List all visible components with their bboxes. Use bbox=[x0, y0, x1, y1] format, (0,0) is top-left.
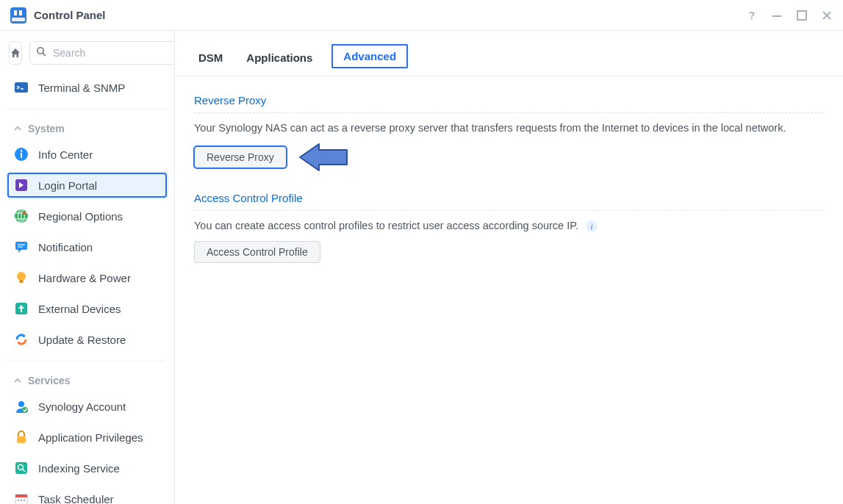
sidebar-item-label: Notification bbox=[38, 241, 93, 253]
svg-point-23 bbox=[22, 407, 28, 413]
sidebar-item-label: Task Scheduler bbox=[38, 493, 114, 505]
svg-rect-1 bbox=[14, 10, 17, 15]
svg-rect-25 bbox=[15, 462, 27, 474]
sidebar-item-synology-account[interactable]: Synology Account bbox=[0, 391, 174, 422]
sidebar-item-label: Indexing Service bbox=[38, 462, 120, 475]
tab-applications[interactable]: Applications bbox=[242, 46, 317, 74]
sidebar-item-external-devices[interactable]: External Devices bbox=[0, 293, 174, 324]
sidebar-item-terminal-snmp[interactable]: Terminal & SNMP bbox=[0, 72, 174, 103]
sidebar: Terminal & SNMP System Info Center Login… bbox=[0, 31, 175, 504]
group-label: Services bbox=[28, 375, 71, 386]
search-box[interactable] bbox=[29, 41, 175, 65]
svg-line-8 bbox=[43, 53, 46, 56]
svg-rect-32 bbox=[24, 500, 25, 501]
svg-rect-9 bbox=[15, 82, 28, 93]
svg-rect-6 bbox=[797, 11, 806, 20]
search-input[interactable] bbox=[51, 46, 175, 60]
svg-rect-29 bbox=[15, 494, 27, 497]
account-icon bbox=[13, 398, 29, 414]
content-area: DSM Applications Advanced Reverse Proxy … bbox=[175, 31, 843, 504]
app-icon bbox=[10, 7, 26, 24]
sidebar-item-login-portal[interactable]: Login Portal bbox=[6, 171, 168, 199]
sidebar-item-task-scheduler[interactable]: Task Scheduler bbox=[0, 483, 174, 504]
sidebar-item-label: External Devices bbox=[38, 303, 121, 315]
search-file-icon bbox=[13, 460, 29, 476]
divider bbox=[194, 112, 824, 113]
separator bbox=[9, 361, 165, 361]
maximize-icon[interactable] bbox=[796, 10, 808, 21]
upload-icon bbox=[13, 300, 29, 317]
sidebar-item-application-privileges[interactable]: Application Privileges bbox=[0, 422, 174, 453]
refresh-icon bbox=[13, 331, 29, 348]
svg-point-22 bbox=[18, 401, 24, 407]
info-icon bbox=[13, 146, 29, 162]
svg-rect-5 bbox=[772, 15, 781, 17]
bulb-icon bbox=[13, 270, 29, 286]
sidebar-item-indexing-service[interactable]: Indexing Service bbox=[0, 453, 174, 483]
svg-rect-13 bbox=[21, 150, 22, 152]
sidebar-item-label: Synology Account bbox=[38, 400, 126, 413]
svg-point-19 bbox=[17, 272, 26, 281]
svg-rect-16 bbox=[15, 242, 27, 250]
calendar-icon bbox=[13, 491, 29, 504]
sidebar-item-label: Application Privileges bbox=[38, 431, 143, 444]
close-icon[interactable] bbox=[821, 10, 833, 21]
svg-text:?: ? bbox=[749, 10, 756, 21]
sidebar-item-label: Regional Options bbox=[38, 210, 123, 223]
chevron-up-icon bbox=[13, 376, 22, 385]
sidebar-item-label: Terminal & SNMP bbox=[38, 82, 125, 94]
sidebar-item-update-restore[interactable]: Update & Restore bbox=[0, 324, 174, 355]
lock-icon bbox=[13, 429, 29, 445]
info-tooltip-icon[interactable]: i bbox=[586, 220, 598, 232]
svg-rect-30 bbox=[18, 500, 19, 501]
divider bbox=[194, 210, 824, 211]
section-title-reverse-proxy: Reverse Proxy bbox=[194, 94, 824, 107]
tab-dsm[interactable]: DSM bbox=[194, 46, 227, 74]
section-title-access-control: Access Control Profile bbox=[194, 192, 824, 204]
sidebar-item-notification[interactable]: Notification bbox=[0, 231, 174, 262]
svg-rect-24 bbox=[17, 436, 26, 443]
terminal-icon bbox=[13, 79, 29, 96]
home-button[interactable] bbox=[9, 41, 22, 65]
access-control-description: You can create access control profiles t… bbox=[194, 220, 824, 232]
svg-rect-12 bbox=[21, 153, 22, 158]
reverse-proxy-button[interactable]: Reverse Proxy bbox=[194, 146, 287, 168]
titlebar: Control Panel ? bbox=[0, 0, 843, 31]
svg-rect-20 bbox=[20, 280, 24, 283]
minimize-icon[interactable] bbox=[771, 10, 783, 21]
svg-point-7 bbox=[37, 48, 43, 54]
sidebar-group-system[interactable]: System bbox=[0, 115, 174, 139]
sidebar-item-label: Hardware & Power bbox=[38, 272, 131, 284]
chat-icon bbox=[13, 239, 29, 255]
svg-rect-31 bbox=[21, 500, 22, 501]
window-title: Control Panel bbox=[34, 9, 106, 21]
sidebar-item-label: Info Center bbox=[38, 148, 93, 161]
sidebar-item-label: Update & Restore bbox=[38, 334, 126, 346]
sidebar-item-label: Login Portal bbox=[38, 179, 97, 192]
chevron-up-icon bbox=[13, 124, 22, 133]
tab-advanced[interactable]: Advanced bbox=[331, 44, 408, 68]
group-label: System bbox=[28, 123, 65, 134]
access-control-profile-button[interactable]: Access Control Profile bbox=[194, 241, 320, 263]
sidebar-item-regional-options[interactable]: Regional Options bbox=[0, 201, 174, 231]
separator bbox=[9, 109, 165, 109]
search-icon bbox=[36, 46, 47, 60]
portal-icon bbox=[13, 177, 29, 193]
sidebar-group-services[interactable]: Services bbox=[0, 367, 174, 391]
svg-rect-3 bbox=[12, 18, 25, 21]
sidebar-item-hardware-power[interactable]: Hardware & Power bbox=[0, 262, 174, 293]
help-icon[interactable]: ? bbox=[746, 10, 758, 21]
globe-icon bbox=[13, 208, 29, 224]
reverse-proxy-description: Your Synology NAS can act as a reverse p… bbox=[194, 122, 824, 134]
svg-rect-2 bbox=[19, 10, 22, 15]
tab-bar: DSM Applications Advanced bbox=[175, 31, 843, 76]
sidebar-item-info-center[interactable]: Info Center bbox=[0, 139, 174, 170]
annotation-arrow-icon bbox=[297, 143, 348, 174]
